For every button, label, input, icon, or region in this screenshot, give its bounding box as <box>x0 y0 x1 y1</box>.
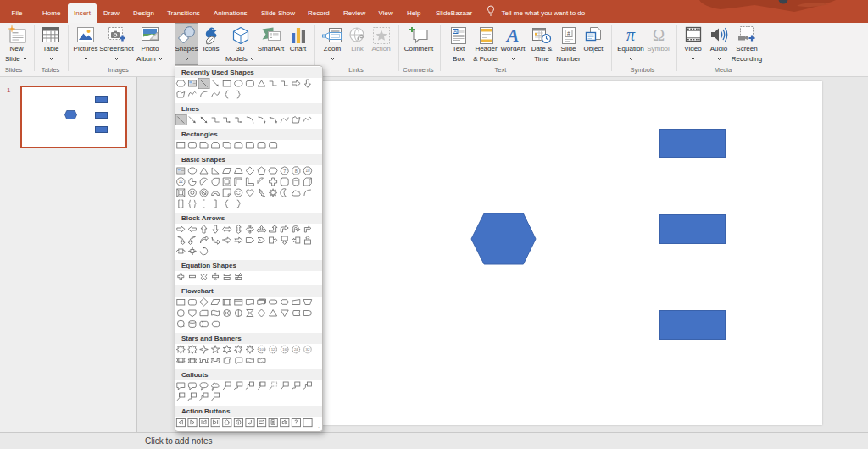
svg-text:#: # <box>567 30 570 36</box>
svg-text:A: A <box>505 25 520 46</box>
svg-text:A: A <box>453 29 457 34</box>
svg-text:Ω: Ω <box>652 26 664 44</box>
svg-text:π: π <box>626 25 636 44</box>
